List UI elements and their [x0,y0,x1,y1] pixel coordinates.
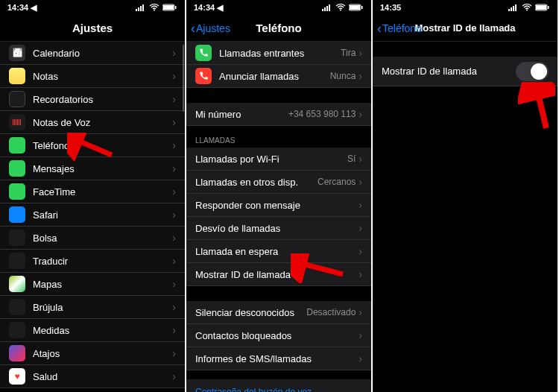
row-label: Salud [33,371,172,382]
settings-row-facetime[interactable]: FaceTime› [0,180,185,203]
chevron-right-icon: › [172,370,176,382]
settings-row-notas[interactable]: Notas› [0,65,185,88]
row-value: Tira [341,48,356,58]
ic-maps-icon [9,276,25,292]
telefono-list[interactable]: Llamadas entrantesTira›Anunciar llamadas… [186,42,371,392]
settings-row-safari[interactable]: Safari› [0,203,185,227]
row-label: Desvío de llamadas [195,223,359,234]
settings-row-salud[interactable]: Salud› [0,365,185,388]
row-label: Atajos [33,348,172,359]
row-anunciar-llamadas[interactable]: Anunciar llamadasNunca› [186,65,371,88]
status-icons [508,4,550,11]
row-mostrar-id-de-llamada[interactable]: Mostrar ID de llamada› [186,263,371,286]
svg-rect-23 [515,4,517,11]
toggle-knob [531,63,547,80]
toggle-label: Mostrar ID de llamada [382,66,516,77]
my-number-row[interactable]: Mi número+34 653 980 113› [186,103,371,126]
caller-id-toggle[interactable] [516,62,549,81]
scrollbar[interactable] [183,45,184,112]
svg-point-24 [526,10,528,11]
row-label: Responder con mensaje [195,200,359,211]
caller-id-toggle-row[interactable]: Mostrar ID de llamada [373,57,558,86]
row-label: Mensajes [33,163,172,174]
chevron-right-icon: › [172,70,176,82]
chevron-right-icon: › [172,347,176,359]
page-title: Mostrar ID de llamada [414,22,515,34]
row-label: Medidas [33,325,172,336]
settings-list[interactable]: Calendario›Notas›Recordatorios›Notas de … [0,42,185,392]
chevron-right-icon: › [172,209,176,221]
settings-row-bolsa[interactable]: Bolsa› [0,227,185,250]
back-button[interactable]: ‹Ajustes [191,22,230,35]
settings-row-atajos[interactable]: Atajos› [0,342,185,365]
svg-point-4 [154,10,155,11]
settings-row-notas-de-voz[interactable]: Notas de Voz› [0,111,185,134]
row-label: Contactos bloqueados [195,330,359,341]
row-label: Brújula [33,302,172,313]
svg-rect-22 [513,6,514,11]
settings-row-teléfono[interactable]: Teléfono› [0,134,185,157]
settings-row-mapas[interactable]: Mapas› [0,273,185,296]
ic-compass-icon [9,299,25,315]
navbar: ‹Ajustes Teléfono [186,15,371,42]
row-label: Informes de SMS/llamadas [195,353,359,364]
row-label: Notas [33,71,172,82]
voicemail-password-link[interactable]: Contraseña del buzón de voz [186,379,371,392]
svg-rect-1 [138,7,139,11]
row-label: Mostrar ID de llamada [195,269,359,280]
chevron-right-icon: › [172,301,176,313]
chevron-right-icon: › [172,278,176,290]
row-llamadas-por-wi-fi[interactable]: Llamadas por Wi-FiSí› [186,148,371,171]
settings-row-medidas[interactable]: Medidas› [0,319,185,342]
row-value: Sí [347,154,356,164]
row-value: Desactivado [306,307,356,317]
screen-ajustes: 14:34 ◀ Ajustes Calendario›Notas›Recorda… [0,0,185,392]
chevron-right-icon: › [172,93,176,105]
chevron-right-icon: › [359,153,362,165]
page-title: Ajustes [72,22,113,34]
row-llamadas-en-otros-disp-[interactable]: Llamadas en otros disp.Cercanos› [186,171,371,194]
svg-rect-7 [175,6,177,9]
chevron-right-icon: › [359,47,362,59]
chevron-right-icon: › [359,268,362,280]
row-label: Safari [33,209,172,221]
row-llamadas-entrantes[interactable]: Llamadas entrantesTira› [186,42,371,65]
row-label: Llamadas por Wi-Fi [195,154,347,165]
svg-rect-3 [142,4,144,11]
svg-rect-13 [329,4,330,11]
chevron-right-icon: › [172,186,176,197]
row-informes-de-sms-llamadas[interactable]: Informes de SMS/llamadas› [186,347,371,370]
page-title: Teléfono [256,22,301,34]
ic-atajos-icon [9,345,25,361]
ic-msg-icon [9,160,25,177]
row-label: Llamadas entrantes [219,48,341,59]
settings-row-recordatorios[interactable]: Recordatorios› [0,88,185,111]
row-silenciar-desconocidos[interactable]: Silenciar desconocidosDesactivado› [186,301,371,324]
row-label: Recordatorios [33,94,172,105]
settings-row-calendario[interactable]: Calendario› [0,42,185,65]
ic-rem-icon [9,91,25,107]
chevron-left-icon: ‹ [377,22,382,35]
settings-row-traducir[interactable]: Traducir› [0,250,185,273]
row-contactos-bloqueados[interactable]: Contactos bloqueados› [186,324,371,347]
svg-rect-16 [350,5,360,10]
svg-rect-11 [324,7,326,11]
svg-rect-0 [136,9,137,11]
chevron-right-icon: › [172,324,176,336]
settings-row-mensajes[interactable]: Mensajes› [0,157,185,180]
svg-rect-2 [140,6,142,11]
chevron-right-icon: › [359,70,362,82]
settings-row-brújula[interactable]: Brújula› [0,296,185,319]
row-label: Traducir [33,256,172,267]
svg-rect-27 [548,6,549,9]
row-llamada-en-espera[interactable]: Llamada en espera› [186,240,371,263]
svg-rect-21 [511,7,512,11]
row-desv-o-de-llamadas[interactable]: Desvío de llamadas› [186,217,371,240]
row-responder-con-mensaje[interactable]: Responder con mensaje› [186,194,371,217]
row-label: Mapas [33,279,172,290]
ic-phone-in-icon [195,45,212,61]
svg-rect-10 [322,9,323,11]
chevron-right-icon: › [359,108,362,120]
back-button[interactable]: ‹Teléfono [377,22,422,35]
chevron-right-icon: › [172,162,176,174]
